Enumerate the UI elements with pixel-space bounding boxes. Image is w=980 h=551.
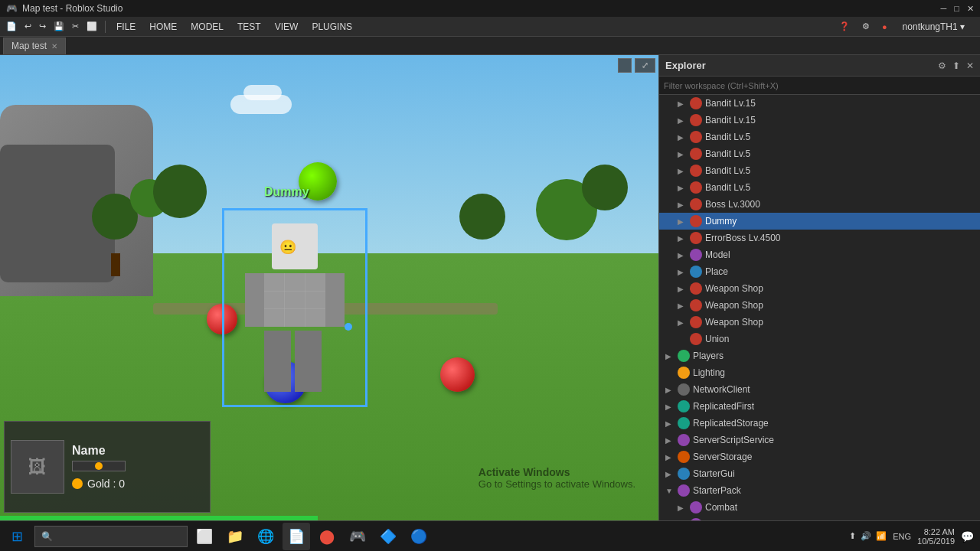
tree-item[interactable]: ▶ Players [659, 347, 980, 364]
red-ball-right [440, 357, 475, 392]
cut-button[interactable]: ✂ [69, 20, 82, 33]
tray-arrow[interactable]: ⬆ [849, 531, 856, 541]
tree-item[interactable]: ▶ ServerScriptService [659, 432, 980, 448]
tree-arrow: ▶ [665, 453, 675, 461]
tree-arrow: ▶ [665, 436, 675, 445]
tree-icon [678, 468, 690, 480]
user-menu[interactable]: nontkungTH1 ▾ [897, 20, 971, 34]
menu-test[interactable]: TEST [231, 20, 267, 34]
tree-item[interactable]: ▶ Model [659, 246, 980, 263]
notifications-button[interactable]: 💬 [961, 530, 974, 543]
menu-home[interactable]: HOME [143, 20, 183, 34]
tab-close-button[interactable]: ✕ [51, 42, 57, 51]
word-button[interactable]: 📄 [283, 523, 310, 550]
player-level-bar [72, 461, 126, 471]
tree-item[interactable]: ▶ Boss Lv.3000 [659, 196, 980, 213]
tree-label: ReplicatedStorage [693, 418, 769, 429]
tree-arrow: ▶ [665, 419, 675, 428]
menu-file[interactable]: FILE [110, 20, 142, 34]
tree-item[interactable]: ▶ Combat [659, 499, 980, 516]
signal-icon[interactable]: ● [879, 21, 890, 33]
menu-model[interactable]: MODEL [185, 20, 230, 34]
explorer-settings-icon[interactable]: ⚙ [938, 60, 946, 71]
tree-icon [678, 451, 690, 463]
tree-item[interactable]: ▶ ServerStorage [659, 448, 980, 465]
tree-item[interactable]: ▶ NetworkClient [659, 381, 980, 398]
tree-item[interactable]: ▶ Bandit Lv.5 [659, 129, 980, 145]
tree-item[interactable]: Lighting [659, 364, 980, 381]
taskbar-search[interactable]: 🔍 [34, 526, 188, 547]
tree-item[interactable]: ▼ StarterPack [659, 482, 980, 499]
start-button[interactable]: ⊞ [0, 521, 34, 552]
copy-button[interactable]: ⬜ [83, 20, 100, 33]
tree-item[interactable]: ▶ Place [659, 263, 980, 280]
minimize-button[interactable]: ─ [941, 4, 947, 14]
filter-input[interactable] [664, 81, 975, 90]
app7-button[interactable]: 🔵 [405, 523, 433, 550]
volume-icon[interactable]: 🔊 [861, 531, 871, 541]
tree-item[interactable]: ▶ Bandit Lv.15 [659, 95, 980, 112]
char-leg-left [264, 331, 291, 392]
tree-label: Bandit Lv.15 [705, 98, 756, 109]
char-arm-right [325, 273, 345, 327]
tree-label: Weapon Shop [705, 317, 763, 328]
tree-item[interactable]: ▶ Bandit Lv.5 [659, 162, 980, 179]
tree-item[interactable]: ▶ Dummy [659, 213, 980, 230]
explorer-filter[interactable] [659, 77, 980, 95]
app-icon: 🎮 [6, 3, 18, 14]
settings-icon[interactable]: ⚙ [859, 20, 873, 33]
tree-item[interactable]: ▶ ReplicatedStorage [659, 415, 980, 432]
chrome-button[interactable]: ⬤ [313, 523, 341, 550]
language-indicator[interactable]: ENG [893, 532, 911, 541]
tree-arrow: ▶ [678, 234, 687, 243]
tree-icon [690, 198, 702, 210]
close-button[interactable]: ✕ [967, 4, 974, 14]
help-icon[interactable]: ❓ [836, 20, 853, 33]
tree-item[interactable]: Union [659, 331, 980, 347]
tree-icon [678, 434, 690, 446]
tree-item[interactable]: ▶ Bandit Lv.5 [659, 145, 980, 162]
edge-button[interactable]: 🌐 [252, 523, 279, 550]
tree-item[interactable]: ▶ ErrorBoss Lv.4500 [659, 230, 980, 246]
tree-item[interactable]: ▶ Bandit Lv.5 [659, 179, 980, 196]
taskbar: ⊞ 🔍 ⬜ 📁 🌐 📄 ⬤ 🎮 🔷 🔵 ⬆ 🔊 📶 ENG 8:22 AM 10… [0, 520, 980, 551]
tree-label: Players [693, 350, 724, 361]
network-icon[interactable]: 📶 [876, 531, 887, 541]
undo-button[interactable]: ↩ [21, 20, 34, 33]
expand-button[interactable]: ⤢ [635, 58, 655, 73]
tree-item[interactable]: ▶ StarterGui [659, 465, 980, 482]
tree-icon [690, 333, 702, 345]
tree-item[interactable]: ▶ Weapon Shop [659, 297, 980, 314]
tree-item[interactable]: ▶ Weapon Shop [659, 280, 980, 297]
tree-label: Weapon Shop [705, 300, 763, 311]
tree-item[interactable]: ▶ Weapon Shop [659, 314, 980, 331]
tree-arrow: ▶ [678, 99, 687, 108]
redo-button[interactable]: ↪ [36, 20, 49, 33]
tree-label: Lighting [693, 367, 725, 378]
menu-plugins[interactable]: PLUGINS [305, 20, 358, 34]
taskview-button[interactable]: ⬜ [191, 523, 218, 550]
file-icon[interactable]: 📄 [3, 20, 20, 33]
tree-top-6 [582, 165, 628, 210]
explorer-close-icon[interactable]: ✕ [966, 60, 974, 71]
save-button[interactable]: 💾 [51, 20, 67, 33]
tab-map-test[interactable]: Map test ✕ [3, 37, 66, 54]
explorer-app-button[interactable]: 📁 [221, 523, 249, 550]
tree-trunk-1 [111, 253, 120, 276]
tree-label: Union [705, 334, 729, 344]
tree-label: StarterGui [693, 468, 735, 479]
viewport[interactable]: Dummy 😐 [0, 55, 658, 551]
menu-view[interactable]: VIEW [269, 20, 305, 34]
clock[interactable]: 8:22 AM 10/5/2019 [917, 527, 955, 546]
explorer-arrow-icon[interactable]: ⬆ [952, 60, 960, 71]
tree-item[interactable]: ▶ Bandit Lv.15 [659, 112, 980, 129]
toolbar-group-undo: ↩ ↪ 💾 ✂ ⬜ [21, 20, 100, 33]
roblox-button[interactable]: 🎮 [344, 523, 371, 550]
window-controls[interactable]: ─ □ ✕ [941, 4, 974, 14]
app6-button[interactable]: 🔷 [374, 523, 402, 550]
maximize-button[interactable]: □ [954, 4, 959, 14]
ui-toggle-button[interactable] [618, 58, 632, 73]
tree-label: Bandit Lv.15 [705, 115, 756, 126]
tree-item[interactable]: ▶ ReplicatedFirst [659, 398, 980, 415]
tree-label: ServerScriptService [693, 435, 774, 445]
